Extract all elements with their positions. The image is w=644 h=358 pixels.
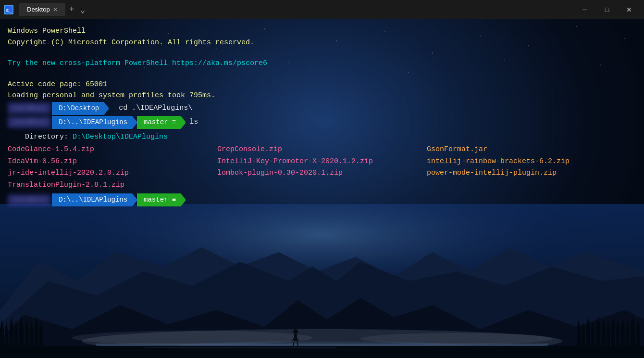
new-tab-button[interactable]: + bbox=[67, 4, 76, 15]
svg-rect-33 bbox=[596, 327, 600, 348]
svg-rect-29 bbox=[586, 328, 590, 348]
svg-rect-23 bbox=[39, 330, 43, 348]
window-controls: ─ □ ✕ bbox=[574, 0, 640, 19]
active-tab[interactable]: Desktop ✕ bbox=[19, 3, 65, 16]
svg-point-54 bbox=[72, 331, 312, 345]
user-host-blurred-1: user@host bbox=[8, 102, 51, 114]
user-host-blurred-3: user@host bbox=[8, 194, 51, 206]
directory-label-line: Directory: D:\Desktop\IDEAPlugins bbox=[8, 132, 636, 143]
svg-rect-21 bbox=[35, 328, 38, 348]
prompt-git-branch-3: master ≡ bbox=[137, 193, 181, 206]
app-icon: ≥_ bbox=[4, 5, 13, 14]
svg-rect-13 bbox=[14, 331, 18, 348]
svg-rect-41 bbox=[616, 330, 619, 348]
svg-rect-7 bbox=[0, 329, 4, 348]
svg-rect-39 bbox=[611, 328, 615, 348]
titlebar: ≥_ Desktop ✕ + ⌄ ─ □ ✕ bbox=[0, 0, 644, 19]
file-item-5: intellij-rainbow-brackets-6.2.zip bbox=[427, 156, 636, 167]
svg-rect-31 bbox=[591, 331, 594, 348]
svg-rect-45 bbox=[626, 331, 629, 348]
terminal-window: Windows PowerShell Copyright (C) Microso… bbox=[0, 19, 644, 358]
prompt-path-2: D:\..\IDEAPlugins bbox=[52, 116, 132, 129]
file-item-3: IdeaVim-0.56.zip bbox=[8, 156, 217, 167]
file-item-0: CodeGlance-1.5.4.zip bbox=[8, 144, 217, 155]
powershell-title: Windows PowerShell bbox=[8, 26, 86, 37]
svg-rect-17 bbox=[25, 329, 29, 348]
codepage-text: Active code page: 65001 bbox=[8, 79, 107, 90]
file-item-4: IntelliJ-Key-Promoter-X-2020.1.2.zip bbox=[217, 156, 427, 167]
file-item-1: GrepConsole.zip bbox=[217, 144, 427, 155]
landscape-background bbox=[0, 204, 644, 358]
tab-label: Desktop bbox=[27, 6, 50, 13]
blank-line-2 bbox=[8, 70, 636, 79]
svg-point-60 bbox=[293, 329, 298, 334]
prompt-row-3: user@host D:\..\IDEAPlugins master ≡ bbox=[8, 193, 636, 206]
svg-rect-49 bbox=[636, 330, 640, 348]
prompt-row-1: user@host D:\Desktop cd .\IDEAPlugins\ bbox=[8, 102, 636, 115]
directory-path: D:\Desktop\IDEAPlugins bbox=[68, 132, 168, 143]
svg-rect-35 bbox=[602, 329, 606, 348]
file-item-6: jr-ide-intellij-2020.2.0.zip bbox=[8, 168, 217, 179]
pscore-link: Try the new cross-platform PowerShell ht… bbox=[8, 58, 267, 69]
svg-rect-19 bbox=[30, 331, 33, 348]
file-item-9: TranslationPlugin-2.8.1.zip bbox=[8, 180, 217, 191]
file-item-8: power-mode-intellij-plugin.zip bbox=[427, 168, 636, 179]
output-line-6: Active code page: 65001 bbox=[8, 79, 636, 90]
svg-text:≥_: ≥_ bbox=[6, 7, 12, 13]
terminal-text-area: Windows PowerShell Copyright (C) Microso… bbox=[0, 19, 644, 214]
svg-rect-11 bbox=[10, 328, 13, 348]
svg-rect-27 bbox=[582, 332, 585, 348]
output-line-1: Windows PowerShell bbox=[8, 26, 636, 37]
output-line-4: Try the new cross-platform PowerShell ht… bbox=[8, 58, 636, 69]
svg-rect-56 bbox=[0, 346, 644, 358]
blank-line-1 bbox=[8, 49, 636, 58]
prompt-command-2: ls bbox=[189, 117, 198, 128]
svg-rect-25 bbox=[577, 329, 581, 348]
copyright-text: Copyright (C) Microsoft Corporation. All… bbox=[8, 38, 254, 49]
svg-rect-37 bbox=[607, 331, 610, 348]
tab-area: ≥_ Desktop ✕ + ⌄ bbox=[4, 3, 574, 16]
prompt-command-1 bbox=[112, 103, 117, 114]
loading-text: Loading personal and system profiles too… bbox=[8, 90, 215, 102]
file-item-2: GsonFormat.jar bbox=[427, 144, 636, 155]
prompt-path-3: D:\..\IDEAPlugins bbox=[52, 193, 132, 206]
close-button[interactable]: ✕ bbox=[618, 0, 640, 19]
directory-label: Directory: bbox=[8, 132, 68, 143]
output-line-2: Copyright (C) Microsoft Corporation. All… bbox=[8, 38, 636, 49]
svg-rect-43 bbox=[621, 329, 625, 348]
prompt-git-branch: master ≡ bbox=[137, 116, 181, 129]
tab-dropdown-button[interactable]: ⌄ bbox=[78, 3, 87, 16]
file-item-7: lombok-plugin-0.30-2020.1.zip bbox=[217, 168, 427, 179]
user-host-blurred-2: user@host bbox=[8, 116, 51, 128]
svg-rect-9 bbox=[5, 332, 8, 348]
prompt-row-2: user@host D:\..\IDEAPlugins master ≡ ls bbox=[8, 116, 636, 129]
svg-rect-15 bbox=[19, 327, 24, 348]
tab-close-icon[interactable]: ✕ bbox=[53, 6, 58, 13]
output-line-7: Loading personal and system profiles too… bbox=[8, 90, 636, 102]
files-grid: CodeGlance-1.5.4.zip GrepConsole.zip Gso… bbox=[8, 144, 636, 191]
svg-rect-47 bbox=[631, 328, 635, 348]
maximize-button[interactable]: □ bbox=[596, 0, 618, 19]
prompt-path-1: D:\Desktop bbox=[52, 102, 104, 115]
command-cd: cd .\IDEAPlugins\ bbox=[119, 103, 192, 114]
minimize-button[interactable]: ─ bbox=[574, 0, 596, 19]
svg-point-55 bbox=[360, 333, 553, 345]
